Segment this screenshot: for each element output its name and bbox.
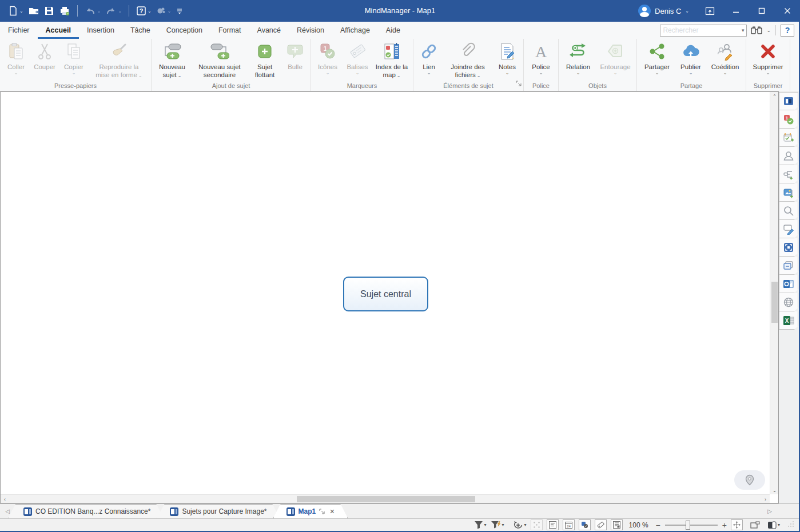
share-button[interactable]: Partager⌄	[639, 40, 675, 75]
location-pin-button[interactable]	[734, 470, 765, 490]
coediting-button[interactable]: Coédition⌄	[707, 40, 743, 75]
save-button[interactable]	[43, 5, 55, 17]
user-account-button[interactable]: Denis C ⌄	[630, 5, 697, 17]
zoom-slider-track[interactable]	[665, 525, 718, 526]
advanced-search-icon[interactable]	[750, 25, 763, 35]
schedule-view-button[interactable]: 24	[563, 519, 575, 530]
filter-button[interactable]: ▾	[474, 521, 487, 529]
notes-button[interactable]: Notes⌄	[493, 40, 521, 75]
web-pane-tab[interactable]	[779, 293, 798, 311]
outline-view-button[interactable]	[547, 519, 559, 530]
ribbon-display-options-button[interactable]	[697, 0, 723, 22]
zoom-in-icon[interactable]: +	[722, 521, 727, 530]
capture-pane-tab[interactable]	[779, 238, 798, 257]
horizontal-scrollbar[interactable]: ‹ ›	[1, 494, 770, 503]
open-file-button[interactable]	[27, 5, 41, 17]
power-filter-button[interactable]: ▾	[491, 521, 504, 529]
format-pane-tab[interactable]	[779, 220, 798, 238]
ribbon-group-objets: Relation⌄ Entourage⌄ Objets	[559, 39, 637, 91]
quick-filter-add-button[interactable]: ▾	[513, 520, 527, 530]
map-canvas[interactable]: Sujet central ⌃ ⌄ ‹ ›	[0, 91, 779, 503]
print-button[interactable]	[58, 5, 71, 17]
popout-tab-icon[interactable]	[319, 509, 325, 514]
paste-button[interactable]: Coller⌄	[2, 40, 30, 75]
ribbon-group-marqueurs: 1 Icônes⌄ Balises⌄ Index de la map⌄ Marq…	[311, 39, 413, 91]
horizontal-scrollbar-thumb[interactable]	[297, 496, 475, 502]
publish-button[interactable]: Publier⌄	[676, 40, 706, 75]
chevron-down-icon[interactable]: ⌄	[766, 27, 771, 33]
theme-button[interactable]: ▾	[767, 521, 780, 529]
resources-pane-tab[interactable]	[779, 147, 798, 165]
zoom-slider-thumb[interactable]	[686, 521, 690, 530]
tasks-pane-tab[interactable]	[779, 129, 798, 147]
library-pane-tab[interactable]	[779, 183, 798, 202]
doc-tabs-scroll-right-icon[interactable]: ▷	[762, 504, 777, 518]
new-document-button[interactable]: ⌄	[7, 5, 25, 17]
attach-files-button[interactable]: Joindre des fichiers⌄	[443, 40, 492, 80]
delete-button[interactable]: Supprimer⌄	[749, 40, 787, 75]
search-pane-tab[interactable]	[779, 202, 798, 220]
scroll-down-icon[interactable]: ⌄	[770, 486, 779, 494]
scroll-left-icon[interactable]: ‹	[1, 495, 9, 503]
dialog-launcher-icon[interactable]	[516, 78, 522, 89]
font-button[interactable]: A Police⌄	[526, 40, 556, 75]
tags-button[interactable]: Balises⌄	[343, 40, 372, 75]
index-view-button[interactable]	[611, 519, 623, 530]
close-button[interactable]	[774, 0, 800, 22]
cut-button[interactable]: Couper	[31, 40, 58, 71]
close-tab-icon[interactable]: ✕	[329, 508, 335, 515]
tab-insertion[interactable]: Insertion	[79, 23, 122, 39]
boundary-button[interactable]: Entourage⌄	[596, 40, 634, 75]
document-tab-active[interactable]: Map1 ✕	[273, 504, 348, 518]
tab-affichage[interactable]: Affichage	[332, 23, 378, 39]
zoom-out-icon[interactable]: −	[656, 521, 660, 530]
new-subtopic-button[interactable]: Nouveau sujet secondaire	[192, 40, 248, 80]
floating-topic-button[interactable]: Sujet flottant	[249, 40, 281, 80]
presentation-mode-button[interactable]	[750, 521, 760, 529]
tab-aide[interactable]: Aide	[378, 23, 408, 39]
scroll-up-icon[interactable]: ⌃	[770, 92, 779, 101]
touch-mode-button[interactable]: ⌄	[155, 5, 173, 17]
minimize-button[interactable]	[723, 0, 749, 22]
search-dropdown-icon[interactable]: ▾	[742, 27, 747, 33]
markers-view-button[interactable]	[579, 519, 591, 530]
map-parts-pane-tab[interactable]	[779, 165, 798, 183]
help-button[interactable]: ?	[781, 25, 794, 37]
document-tab[interactable]: CO EDITION Banq...z Connaissance*	[8, 504, 164, 518]
tab-revision[interactable]: Révision	[289, 23, 332, 39]
tab-conception[interactable]: Conception	[158, 23, 210, 39]
customize-qat-button[interactable]	[175, 6, 184, 16]
fit-map-button[interactable]	[731, 519, 743, 530]
scroll-right-icon[interactable]: ›	[761, 495, 770, 503]
map-index-button[interactable]: Index de la map⌄	[373, 40, 411, 80]
resize-grip[interactable]	[787, 521, 794, 529]
group-label: Éléments de sujet	[416, 81, 521, 91]
document-tab[interactable]: Sujets pour Capture Image*	[157, 504, 280, 518]
map-index-pane-tab[interactable]	[779, 92, 798, 110]
help-button-qat[interactable]: ? ⌄	[135, 5, 153, 17]
tab-tache[interactable]: Tâche	[122, 23, 158, 39]
tab-fichier[interactable]: Fichier	[0, 23, 38, 39]
relationship-button[interactable]: Relation⌄	[561, 40, 595, 75]
tab-avance[interactable]: Avancé	[249, 23, 289, 39]
tab-format[interactable]: Format	[210, 23, 249, 39]
copy-button[interactable]: Copier⌄	[59, 40, 88, 75]
undo-button[interactable]: ⌄	[83, 5, 102, 17]
redo-button[interactable]: ⌄	[104, 5, 123, 17]
excel-pane-tab[interactable]: X	[779, 311, 798, 330]
icons-marker-button[interactable]: 1 Icônes⌄	[313, 40, 342, 75]
new-topic-button[interactable]: Nouveau sujet⌄	[154, 40, 190, 80]
format-painter-button[interactable]: Reproduire la mise en forme⌄	[89, 40, 149, 80]
callout-button[interactable]: Bulle	[282, 40, 308, 71]
vertical-scrollbar-thumb[interactable]	[771, 282, 778, 323]
search-input[interactable]	[660, 26, 735, 34]
maximize-button[interactable]	[749, 0, 774, 22]
tab-accueil[interactable]: Accueil	[38, 23, 79, 39]
link-button[interactable]: Lien⌄	[416, 40, 442, 75]
files-pane-tab[interactable]	[779, 257, 798, 275]
outlook-pane-tab[interactable]	[779, 275, 798, 293]
tags-view-button[interactable]	[595, 519, 607, 530]
central-topic[interactable]: Sujet central	[343, 277, 428, 311]
markers-pane-tab[interactable]: 1	[779, 110, 798, 129]
vertical-scrollbar[interactable]: ⌃ ⌄	[770, 92, 778, 494]
